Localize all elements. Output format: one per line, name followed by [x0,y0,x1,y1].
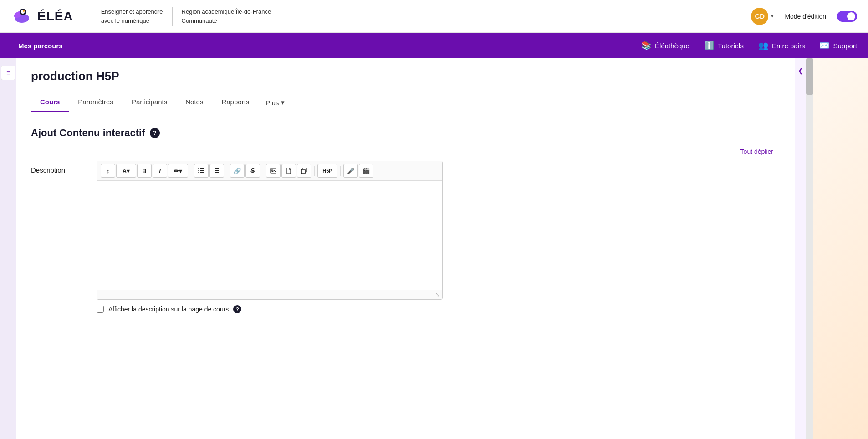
header-subtitle: Enseigner et apprendre avec le numérique [101,7,163,25]
show-description-checkbox[interactable] [97,306,104,313]
svg-point-18 [271,169,273,171]
editor-body[interactable] [97,181,442,290]
svg-rect-6 [200,170,204,171]
top-header: ÉLÉA Enseigner et apprendre avec le numé… [0,0,868,33]
h5p-button[interactable]: H5P [317,164,337,178]
ordered-list-button[interactable]: 1.2.3. [209,164,224,178]
font-button[interactable]: A▾ [116,164,136,178]
file-button[interactable] [281,164,296,178]
svg-rect-12 [215,170,219,171]
checkbox-help-icon[interactable]: ? [233,305,241,313]
mail-icon: ✉️ [819,41,829,51]
description-editor: ↕ A▾ B I ✏▾ 1.2.3. 🔗 S̶ [97,161,443,300]
tabs-bar: Cours Paramètres Participants Notes Rapp… [31,92,773,112]
svg-rect-5 [200,168,204,169]
show-description-label[interactable]: Afficher la description sur la page de c… [108,306,229,313]
mode-edition-label: Mode d'édition [785,13,826,20]
toolbar-sep-4 [314,166,315,176]
svg-rect-17 [271,168,276,173]
svg-point-4 [23,10,25,12]
svg-point-10 [198,172,199,173]
nav-mes-parcours[interactable]: Mes parcours [11,33,70,58]
user-menu-button[interactable]: CD ▾ [751,8,774,25]
toggle-slider [837,11,857,22]
scrollbar[interactable] [806,58,813,439]
nav-eleatheque[interactable]: 📚 Éléathèque [641,41,689,51]
avatar: CD [751,8,768,25]
logo-area: ÉLÉA [11,5,73,27]
toolbar-sep-5 [340,166,341,176]
header-divider [92,7,92,26]
image-button[interactable] [266,164,281,178]
content-area: production H5P Cours Paramètres Particip… [16,58,795,439]
tab-notes[interactable]: Notes [176,92,212,112]
nav-right: 📚 Éléathèque ℹ️ Tutoriels 👥 Entre pairs … [641,41,857,51]
users-icon: 👥 [758,41,768,51]
svg-point-8 [198,168,199,169]
logo-text: ÉLÉA [37,9,73,24]
description-row: Description ↕ A▾ B I ✏▾ 1.2.3. [31,161,773,300]
unordered-list-button[interactable] [194,164,209,178]
right-sidebar: ❮ [795,58,806,439]
right-gradient [813,58,868,439]
header-divider-2 [172,7,173,26]
chevron-down-icon: ▾ [771,13,774,19]
format-button[interactable]: ↕ [101,164,115,178]
editor-resize-handle: ⤡ [97,290,442,299]
toolbar-sep-1 [191,166,191,176]
list-icon: ≡ [6,69,10,77]
bold-button[interactable]: B [137,164,152,178]
svg-rect-11 [215,168,219,169]
tab-plus[interactable]: Plus ▾ [258,93,291,112]
toolbar-sep-2 [227,166,227,176]
tab-parametres[interactable]: Paramètres [69,92,123,112]
info-icon: ℹ️ [704,41,714,51]
elea-logo-icon [11,5,33,27]
svg-text:3.: 3. [214,171,215,174]
description-label: Description [31,161,86,174]
svg-point-9 [198,170,199,171]
strikethrough-button[interactable]: S̶ [245,164,260,178]
tab-rapports[interactable]: Rapports [212,92,258,112]
mode-edition-toggle[interactable] [837,11,857,22]
help-icon[interactable]: ? [150,128,160,138]
tout-deplier-button[interactable]: Tout déplier [740,148,773,155]
svg-rect-20 [301,169,305,174]
chevron-down-icon: ▾ [281,98,285,107]
header-right: CD ▾ Mode d'édition [751,8,857,25]
color-button[interactable]: ✏▾ [168,164,188,178]
page-title: production H5P [31,69,773,83]
audio-button[interactable]: 🎤 [343,164,358,178]
left-sidebar: ≡ [0,58,16,439]
italic-button[interactable]: I [153,164,167,178]
sidebar-toggle-button[interactable]: ≡ [1,66,15,80]
nav-tutoriels[interactable]: ℹ️ Tutoriels [704,41,744,51]
copy-button[interactable] [297,164,311,178]
link-button[interactable]: 🔗 [230,164,245,178]
toolbar-sep-3 [263,166,263,176]
tout-deplier-container: Tout déplier [31,148,773,155]
collapse-button[interactable]: ❮ [796,66,806,76]
nav-bar: Mes parcours 📚 Éléathèque ℹ️ Tutoriels 👥… [0,33,868,58]
editor-toolbar: ↕ A▾ B I ✏▾ 1.2.3. 🔗 S̶ [97,161,442,181]
nav-support[interactable]: ✉️ Support [819,41,857,51]
resize-icon: ⤡ [435,291,440,298]
library-icon: 📚 [641,41,651,51]
tab-cours[interactable]: Cours [31,92,69,112]
checkbox-row: Afficher la description sur la page de c… [97,305,773,313]
nav-entre-pairs[interactable]: 👥 Entre pairs [758,41,805,51]
header-region: Région académique Île-de-France Communau… [182,7,271,25]
section-title: Ajout Contenu interactif ? [31,127,773,139]
scrollbar-thumb[interactable] [806,58,813,95]
svg-rect-7 [200,172,204,173]
tab-participants[interactable]: Participants [123,92,176,112]
video-button[interactable]: 🎬 [359,164,373,178]
svg-rect-13 [215,172,219,173]
main-layout: ≡ production H5P Cours Paramètres Partic… [0,58,868,439]
